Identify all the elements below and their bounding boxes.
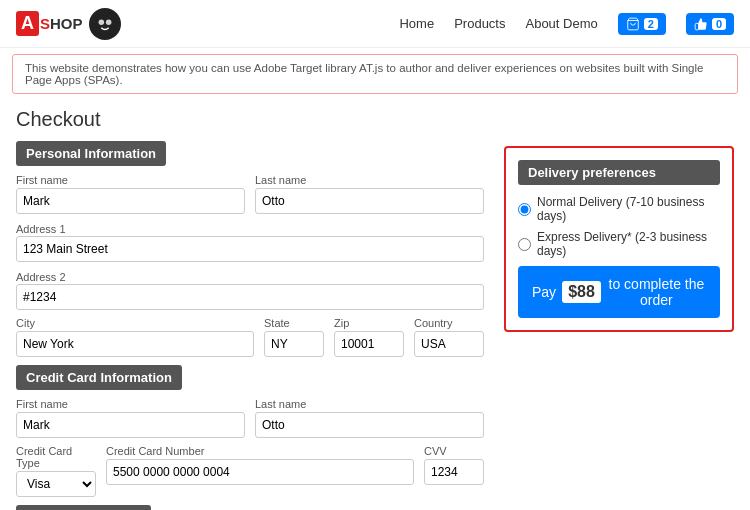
delivery-header: Delivery preferences	[518, 160, 720, 185]
personal-info-header: Personal Information	[16, 141, 166, 166]
billing-header: Billing Information	[16, 505, 151, 510]
state-col: State	[264, 317, 324, 357]
city-input[interactable]	[16, 331, 254, 357]
card-type-select[interactable]: Visa Mastercard Amex	[16, 471, 96, 497]
country-label: Country	[414, 317, 484, 329]
address1-label: Address 1	[16, 223, 66, 235]
svg-point-0	[95, 14, 113, 32]
cc-first-name-input[interactable]	[16, 412, 245, 438]
nav-home[interactable]: Home	[399, 16, 434, 31]
nav: Home Products About Demo 2 0	[399, 13, 734, 35]
zip-input[interactable]	[334, 331, 404, 357]
card-number-label: Credit Card Number	[106, 445, 414, 457]
logo-hop: HOP	[50, 15, 83, 32]
card-number-input[interactable]	[106, 459, 414, 485]
cart-button[interactable]: 2	[618, 13, 666, 35]
pay-after-text: to complete the order	[607, 276, 706, 308]
pay-before-text: Pay	[532, 284, 556, 300]
left-column: Checkout Personal Information First name…	[16, 108, 484, 510]
cvv-label: CVV	[424, 445, 484, 457]
credit-card-header: Credit Card Information	[16, 365, 182, 390]
main-content: Checkout Personal Information First name…	[0, 100, 750, 510]
svg-point-1	[98, 19, 104, 25]
delivery-box: Delivery preferences Normal Delivery (7-…	[504, 146, 734, 332]
cc-first-name-col: First name	[16, 398, 245, 438]
zip-label: Zip	[334, 317, 404, 329]
right-column: Delivery preferences Normal Delivery (7-…	[504, 108, 734, 510]
zip-col: Zip	[334, 317, 404, 357]
first-name-col: First name	[16, 174, 245, 214]
credit-card-section: Credit Card Information First name Last …	[16, 365, 484, 497]
banner-text: This website demonstrates how you can us…	[25, 62, 703, 86]
normal-delivery-row: Normal Delivery (7-10 business days)	[518, 195, 720, 223]
cvv-col: CVV	[424, 445, 484, 497]
like-count: 0	[712, 18, 726, 30]
cc-first-name-label: First name	[16, 398, 245, 410]
state-label: State	[264, 317, 324, 329]
first-name-input[interactable]	[16, 188, 245, 214]
city-col: City	[16, 317, 254, 357]
city-label: City	[16, 317, 254, 329]
pay-amount: $88	[562, 281, 601, 303]
logo-icon	[89, 8, 121, 40]
svg-point-2	[105, 19, 111, 25]
last-name-col: Last name	[255, 174, 484, 214]
express-delivery-row: Express Delivery* (2-3 business days)	[518, 230, 720, 258]
last-name-label: Last name	[255, 174, 484, 186]
last-name-input[interactable]	[255, 188, 484, 214]
country-col: Country	[414, 317, 484, 357]
card-type-label: Credit Card Type	[16, 445, 96, 469]
logo-a: A	[16, 11, 39, 36]
normal-delivery-label: Normal Delivery (7-10 business days)	[537, 195, 720, 223]
express-delivery-label: Express Delivery* (2-3 business days)	[537, 230, 720, 258]
like-button[interactable]: 0	[686, 13, 734, 35]
logo-shop: S	[40, 15, 50, 32]
first-name-label: First name	[16, 174, 245, 186]
cc-last-name-label: Last name	[255, 398, 484, 410]
state-input[interactable]	[264, 331, 324, 357]
personal-info-section: Personal Information First name Last nam…	[16, 141, 484, 357]
info-banner: This website demonstrates how you can us…	[12, 54, 738, 94]
cc-last-name-input[interactable]	[255, 412, 484, 438]
card-number-col: Credit Card Number	[106, 445, 414, 497]
country-input[interactable]	[414, 331, 484, 357]
address2-input[interactable]	[16, 284, 484, 310]
billing-section: Billing Information	[16, 505, 484, 510]
logo: A S HOP	[16, 8, 121, 40]
normal-delivery-radio[interactable]	[518, 203, 531, 216]
cc-last-name-col: Last name	[255, 398, 484, 438]
cart-count: 2	[644, 18, 658, 30]
express-delivery-radio[interactable]	[518, 238, 531, 251]
address2-label: Address 2	[16, 271, 66, 283]
nav-about-demo[interactable]: About Demo	[525, 16, 597, 31]
card-type-col: Credit Card Type Visa Mastercard Amex	[16, 445, 96, 497]
page-title: Checkout	[16, 108, 484, 131]
cvv-input[interactable]	[424, 459, 484, 485]
address1-input[interactable]	[16, 236, 484, 262]
nav-products[interactable]: Products	[454, 16, 505, 31]
header: A S HOP Home Products About Demo 2 0	[0, 0, 750, 48]
pay-button[interactable]: Pay $88 to complete the order	[518, 266, 720, 318]
